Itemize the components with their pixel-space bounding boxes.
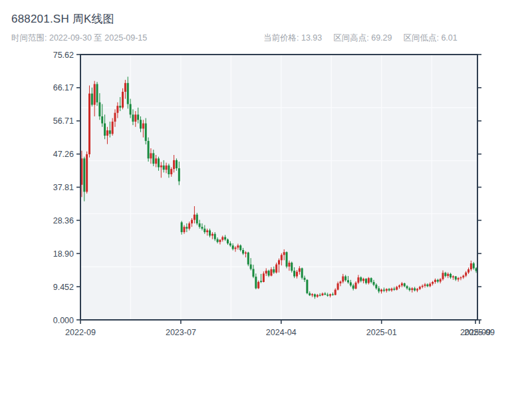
candle-down [293,271,295,276]
candle-down [163,166,165,170]
candle-down [426,285,428,287]
candle-down [242,250,244,253]
candle-up [386,289,388,291]
candle-down [455,277,457,280]
y-tick-label: 18.90 [53,249,74,259]
candle-up [296,272,298,277]
candle-down [127,83,129,104]
x-tick-label: 2022-09 [65,328,96,337]
candle-up [429,284,431,287]
candle-up [134,114,136,122]
candle-up [188,223,190,229]
y-tick-label: 37.81 [53,183,74,192]
candle-down [301,268,303,277]
candle-up [283,252,285,255]
candle-up [194,215,196,220]
candle-down [224,237,226,239]
candle-down [130,104,132,115]
candle-down [378,289,380,292]
candle-up [398,285,400,287]
candle-up [166,166,168,170]
candle-down [152,153,154,164]
candle-down [239,245,241,250]
candle-up [221,237,223,239]
candle-up [112,122,114,134]
candle-down [140,120,142,128]
candle-up [235,247,237,249]
candle-down [137,114,139,120]
candle-up [278,260,280,264]
candle-up [401,283,403,285]
plot-area [80,55,477,320]
candle-down [181,222,183,232]
candle-up [142,124,144,129]
candle-up [299,268,301,271]
y-tick-label: 75.62 [53,51,74,60]
candle-down [201,227,203,229]
candle-up [263,273,265,282]
candle-down [404,283,406,286]
candle-up [416,289,418,291]
candle-up [419,287,421,289]
candle-up [160,166,162,168]
candle-up [317,295,319,297]
candle-up [270,269,272,275]
candle-down [217,239,219,242]
candle-up [281,255,283,260]
candle-down [268,271,270,275]
candle-up [122,92,124,108]
candle-up [94,84,96,104]
candle-up [470,263,472,269]
candle-down [344,277,346,281]
candle-down [214,234,216,239]
x-tick-label: 2024-04 [266,328,297,337]
candle-down [176,160,178,168]
y-tick-label: 66.17 [53,83,74,92]
candle-up [342,277,344,282]
candle-down [347,280,349,282]
candle-down [291,263,293,271]
candle-down [309,293,311,295]
candle-up [440,279,442,282]
candle-up [211,234,213,236]
candle-up [447,274,449,276]
candle-up [467,269,469,273]
candle-down [148,141,150,158]
candle-up [460,277,462,278]
candle-down [314,294,316,297]
candle-down [96,84,98,102]
candle-up [432,282,434,284]
candle-down [158,158,160,167]
candle-down [91,94,93,105]
candle-down [199,223,201,227]
candle-up [191,220,193,223]
candle-up [390,289,392,291]
candle-down [414,289,416,291]
candle-down [304,278,306,280]
candle-down [232,245,234,249]
candle-down [168,166,170,174]
candle-up [257,282,259,288]
candle-up [465,273,467,276]
candle-down [178,168,180,182]
candle-up [424,285,426,286]
candle-up [311,294,313,295]
x-tick-label: 2025-01 [366,328,397,337]
candle-down [406,286,408,288]
candle-down [373,282,375,285]
candle-down [473,263,475,268]
candle-down [196,215,198,223]
candle-down [273,269,275,273]
candle-up [380,290,382,292]
candle-up [245,253,247,254]
x-tick-label: 2023-07 [166,328,196,337]
candle-up [173,160,175,169]
candle-up [275,265,277,273]
candle-down [252,269,254,277]
candle-down [286,252,288,267]
candle-down [365,279,367,283]
candle-down [145,124,147,141]
candle-up [458,278,460,279]
candle-up [86,154,88,192]
y-tick-label: 9.452 [53,283,74,292]
